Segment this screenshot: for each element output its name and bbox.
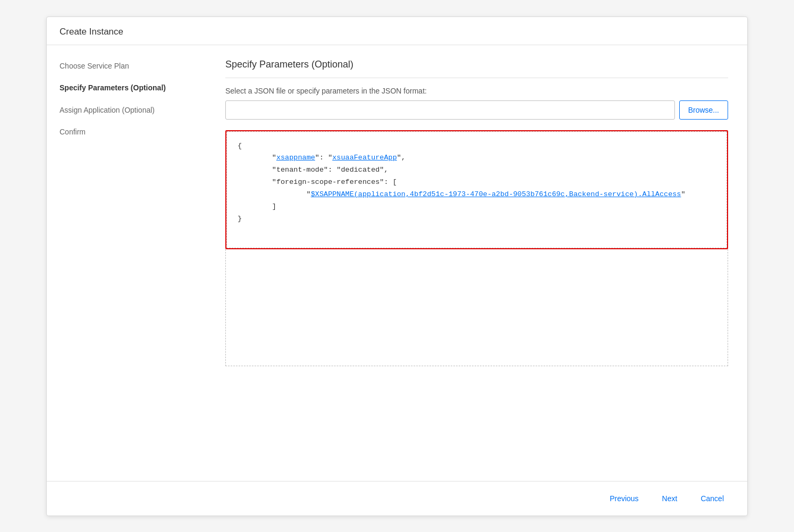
- json-line-4: "foreign-scope-references": [: [238, 176, 716, 189]
- json-line-5: "$XSAPPNAME(application,4bf2d51c-1973-47…: [238, 189, 716, 201]
- sidebar-item-choose-service-plan[interactable]: Choose Service Plan: [60, 61, 193, 72]
- json-line-7: }: [238, 213, 716, 225]
- sidebar-item-confirm[interactable]: Confirm: [60, 127, 193, 138]
- json-empty-area[interactable]: [225, 249, 728, 366]
- json-editor[interactable]: { "xsappname": "xsuaaFeatureApp", "tenan…: [226, 131, 727, 248]
- sidebar: Choose Service Plan Specify Parameters (…: [47, 45, 206, 481]
- file-field-label: Select a JSON file or specify parameters…: [225, 87, 728, 95]
- browse-button[interactable]: Browse...: [679, 100, 728, 120]
- json-file-input[interactable]: [225, 100, 675, 120]
- json-line-1: {: [238, 140, 716, 153]
- section-title: Specify Parameters (Optional): [225, 59, 728, 78]
- json-xsappname-key: xsappname: [276, 154, 315, 162]
- next-button[interactable]: Next: [652, 489, 688, 508]
- dialog-title: Create Instance: [60, 27, 123, 37]
- json-line-6: ]: [238, 201, 716, 213]
- json-line-2: "xsappname": "xsuaaFeatureApp",: [238, 152, 716, 164]
- file-input-row: Browse...: [225, 100, 728, 120]
- dialog-footer: Previous Next Cancel: [47, 481, 747, 516]
- json-scope-reference-value: $XSAPPNAME(application,4bf2d51c-1973-470…: [311, 190, 681, 198]
- main-content: Specify Parameters (Optional) Select a J…: [206, 45, 747, 481]
- json-xsappname-value: xsuaaFeatureApp: [332, 154, 397, 162]
- cancel-button[interactable]: Cancel: [690, 489, 734, 508]
- sidebar-item-assign-application[interactable]: Assign Application (Optional): [60, 105, 193, 116]
- create-instance-dialog: Create Instance Choose Service Plan Spec…: [46, 16, 748, 516]
- json-line-3: "tenant-mode": "dedicated",: [238, 164, 716, 176]
- sidebar-item-specify-parameters[interactable]: Specify Parameters (Optional): [60, 83, 193, 94]
- json-editor-outer: { "xsappname": "xsuaaFeatureApp", "tenan…: [225, 130, 728, 249]
- dialog-header: Create Instance: [47, 17, 747, 45]
- previous-button[interactable]: Previous: [599, 489, 649, 508]
- dialog-body: Choose Service Plan Specify Parameters (…: [47, 45, 747, 481]
